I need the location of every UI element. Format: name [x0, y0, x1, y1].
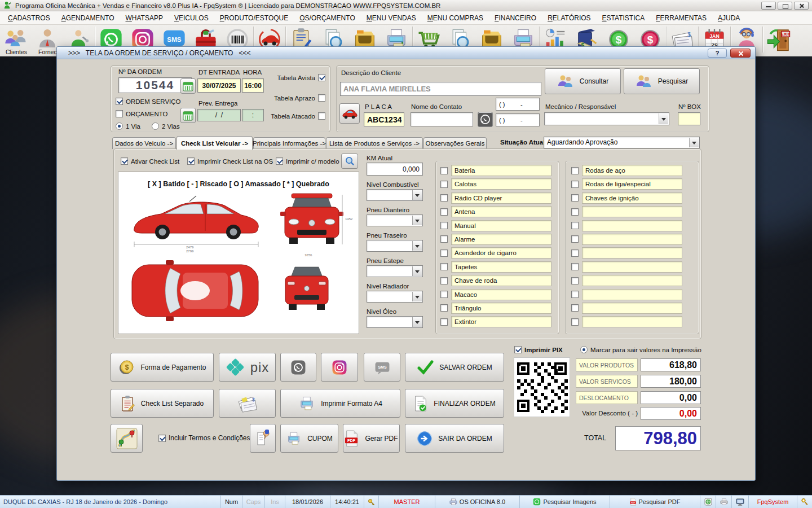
checklist-item-field[interactable]	[582, 220, 682, 231]
via1-radio[interactable]	[116, 122, 123, 130]
tab-checklist[interactable]: Check List Veicular ->	[176, 136, 253, 150]
checklist-item-field[interactable]: Manual	[451, 220, 551, 231]
generate-pdf-button[interactable]: PDF Gerar PDF	[343, 424, 400, 453]
tab-dados-veiculo[interactable]: Dados do Veiculo ->	[112, 137, 176, 149]
print-a4-button[interactable]: Imprimir Formato A4	[280, 389, 400, 418]
checklist-item-checkbox[interactable]	[440, 167, 448, 174]
checklist-item-checkbox[interactable]	[571, 318, 579, 326]
checklist-item-field[interactable]: Rodas de liga/especial	[582, 178, 682, 190]
delivery-date-field[interactable]: / /	[197, 109, 241, 121]
phone2-field[interactable]: ( ) -	[496, 113, 540, 126]
ordem-servico-checkbox[interactable]	[116, 98, 123, 105]
terms-checkbox[interactable]	[158, 435, 166, 442]
restore-button[interactable]	[778, 2, 792, 10]
state-field-dropdown[interactable]	[367, 316, 423, 328]
checklist-item-checkbox[interactable]	[571, 167, 579, 174]
tabela-avista-checkbox[interactable]	[318, 74, 325, 81]
state-field-dropdown[interactable]	[367, 240, 423, 252]
total-row-value[interactable]: 180,00	[641, 375, 701, 388]
checklist-item-field[interactable]: Acendedor de cigarro	[451, 247, 551, 259]
imprimir-checklist-checkbox[interactable]	[187, 157, 195, 165]
tabela-atacado-checkbox[interactable]	[318, 112, 325, 120]
via2-radio[interactable]	[152, 122, 159, 130]
finalize-order-button[interactable]: FINALIZAR ORDEM	[405, 389, 504, 418]
print-receipts-button[interactable]: $	[219, 389, 276, 418]
close-button[interactable]	[794, 2, 809, 10]
map-button[interactable]	[111, 424, 143, 453]
whatsapp-contact-button[interactable]	[478, 112, 493, 127]
checklist-separate-button[interactable]: Check List Separado	[111, 389, 214, 418]
ativar-checklist-checkbox[interactable]	[121, 157, 128, 165]
checklist-item-checkbox[interactable]	[571, 222, 579, 229]
checklist-item-checkbox[interactable]	[571, 277, 579, 284]
checklist-item-field[interactable]: Calotas	[451, 178, 551, 190]
menu-item[interactable]: VEICULOS	[169, 12, 214, 24]
imprimir-pix-checkbox[interactable]	[514, 346, 522, 353]
checklist-item-checkbox[interactable]	[571, 249, 579, 257]
checklist-item-field[interactable]	[582, 275, 682, 286]
checklist-item-checkbox[interactable]	[440, 194, 448, 202]
entry-date-field[interactable]: 30/07/2025	[197, 78, 241, 93]
checklist-item-field[interactable]: Rodas de aço	[582, 165, 682, 176]
imprimir-modelo-checkbox[interactable]	[276, 157, 283, 165]
checklist-item-checkbox[interactable]	[440, 304, 448, 312]
checklist-item-checkbox[interactable]	[440, 318, 448, 326]
exit-button[interactable]: EXIT	[763, 25, 795, 52]
entry-date-calendar-button[interactable]	[180, 78, 196, 94]
checklist-item-field[interactable]	[582, 206, 682, 217]
checklist-item-checkbox[interactable]	[440, 277, 448, 284]
marcar-valores-radio[interactable]	[580, 346, 588, 353]
checklist-item-field[interactable]: Macaco	[451, 289, 551, 300]
checklist-item-field[interactable]	[582, 261, 682, 273]
checklist-item-checkbox[interactable]	[571, 235, 579, 243]
entry-hour-field[interactable]: 16:00	[242, 78, 264, 93]
car-damage-diagram[interactable]: [ X ] Batido [ - ] Riscado [ O ] Amassad…	[118, 172, 359, 334]
menu-item[interactable]: OS/ORÇAMENTO	[294, 12, 360, 24]
checklist-item-field[interactable]: Tapetes	[451, 261, 551, 273]
checklist-item-checkbox[interactable]	[440, 222, 448, 229]
total-row-value[interactable]: 618,80	[641, 358, 701, 371]
vehicle-button[interactable]	[339, 103, 360, 124]
client-description-field[interactable]: ANA FLAVIA MEIRELLES	[340, 82, 541, 96]
save-order-button[interactable]: SALVAR ORDEM	[405, 353, 504, 382]
checklist-item-checkbox[interactable]	[571, 194, 579, 202]
dialog-help-button[interactable]: ?	[708, 49, 727, 58]
state-field-dropdown[interactable]	[367, 214, 423, 226]
status-search-images[interactable]: Pesquisar Imagens	[520, 496, 610, 508]
tab-observacoes[interactable]: Observações Gerais	[423, 137, 487, 149]
checklist-item-field[interactable]: Rádio CD player	[451, 192, 551, 204]
menu-item[interactable]: MENU COMPRAS	[422, 12, 489, 24]
checklist-item-checkbox[interactable]	[571, 291, 579, 298]
desconto-value[interactable]: 0,00	[641, 407, 701, 420]
menu-item[interactable]: AGENDAMENTO	[56, 12, 120, 24]
checklist-item-checkbox[interactable]	[440, 291, 448, 298]
menu-item[interactable]: WHATSAPP	[120, 12, 169, 24]
checklist-item-field[interactable]	[582, 303, 682, 314]
cupom-button[interactable]: CUPOM	[280, 424, 338, 453]
tabela-aprazo-checkbox[interactable]	[318, 94, 325, 102]
minimize-button[interactable]	[761, 2, 776, 10]
menu-item[interactable]: ESTATISTICA	[597, 12, 651, 24]
checklist-item-field[interactable]: Chave de roda	[451, 275, 551, 286]
zoom-checklist-button[interactable]	[341, 154, 358, 169]
mechanic-dropdown[interactable]	[544, 112, 669, 125]
dialog-titlebar[interactable]: >>> TELA DA ORDEM DE SERVIÇO / ORÇAMENTO…	[57, 47, 755, 59]
plate-field[interactable]: ABC1234	[364, 112, 404, 126]
orcamento-checkbox[interactable]	[116, 110, 123, 117]
send-sms-button[interactable]: SMS	[364, 353, 400, 382]
consult-button[interactable]: Consultar	[545, 68, 621, 94]
box-field[interactable]	[678, 112, 700, 125]
dialog-close-button[interactable]	[730, 49, 751, 58]
delivery-hour-field[interactable]: :	[242, 109, 264, 121]
checklist-item-field[interactable]: Antena	[451, 206, 551, 217]
pix-button[interactable]: pix	[219, 353, 276, 382]
status-monitor-button[interactable]	[732, 496, 749, 508]
state-field-dropdown[interactable]	[367, 265, 423, 277]
payment-method-button[interactable]: $ Forma de Pagamento	[111, 353, 214, 382]
checklist-item-checkbox[interactable]	[571, 208, 579, 216]
menu-item[interactable]: MENU VENDAS	[361, 12, 422, 24]
km-field[interactable]: 0,000	[367, 163, 423, 176]
send-whatsapp-button[interactable]	[280, 353, 316, 382]
phone1-field[interactable]: ( ) -	[496, 98, 540, 111]
tab-produtos-servicos[interactable]: Lista de Produtos e Serviços ->	[326, 137, 423, 149]
